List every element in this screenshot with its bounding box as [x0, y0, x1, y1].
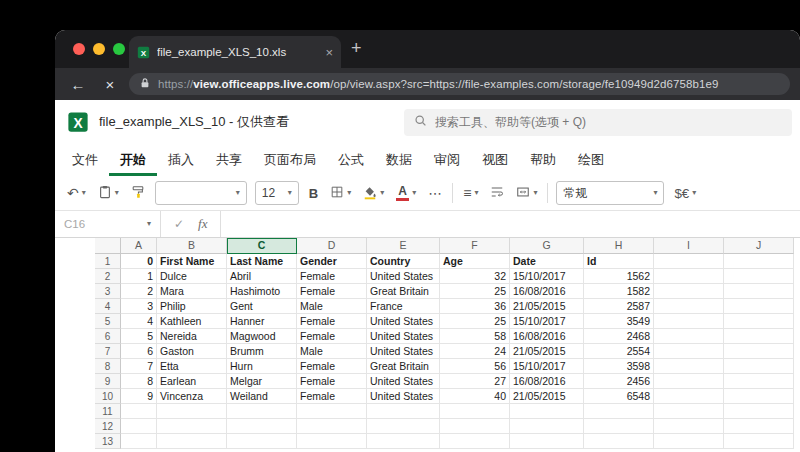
menu-tab-file[interactable]: 文件 — [61, 144, 109, 176]
cell-A5[interactable]: 4 — [121, 314, 157, 329]
paste-button[interactable]: ▾ — [96, 183, 121, 204]
cell-J10[interactable] — [724, 389, 794, 404]
bold-button[interactable]: B — [307, 184, 320, 203]
cell-F11[interactable] — [440, 404, 510, 419]
cell-A13[interactable] — [121, 434, 157, 449]
cell-J7[interactable] — [724, 344, 794, 359]
cell-I2[interactable] — [654, 269, 724, 284]
cell-E10[interactable]: United States — [367, 389, 440, 404]
cell-F1[interactable]: Age — [440, 254, 510, 269]
column-header-H[interactable]: H — [584, 238, 654, 254]
cell-B7[interactable]: Gaston — [157, 344, 227, 359]
cell-C7[interactable]: Brumm — [227, 344, 297, 359]
cell-C1[interactable]: Last Name — [227, 254, 297, 269]
cell-I8[interactable] — [654, 359, 724, 374]
tab-close-icon[interactable]: × — [325, 46, 333, 59]
column-header-E[interactable]: E — [367, 238, 440, 254]
cell-F8[interactable]: 56 — [440, 359, 510, 374]
cell-D2[interactable]: Female — [297, 269, 367, 284]
cell-F4[interactable]: 36 — [440, 299, 510, 314]
row-header-10[interactable]: 10 — [95, 389, 121, 404]
cell-A10[interactable]: 9 — [121, 389, 157, 404]
cell-C12[interactable] — [227, 419, 297, 434]
cell-I11[interactable] — [654, 404, 724, 419]
search-box[interactable]: 搜索工具、帮助等(选项 + Q) — [404, 109, 792, 136]
row-header-1[interactable]: 1 — [95, 254, 121, 269]
cell-H4[interactable]: 2587 — [584, 299, 654, 314]
font-size-select[interactable]: 12 ▾ — [255, 181, 299, 205]
cell-C4[interactable]: Gent — [227, 299, 297, 314]
row-header-13[interactable]: 13 — [95, 434, 121, 449]
cell-B5[interactable]: Kathleen — [157, 314, 227, 329]
cell-J9[interactable] — [724, 374, 794, 389]
cell-G5[interactable]: 15/10/2017 — [510, 314, 584, 329]
cell-B13[interactable] — [157, 434, 227, 449]
row-header-5[interactable]: 5 — [95, 314, 121, 329]
cell-D12[interactable] — [297, 419, 367, 434]
menu-tab-formulas[interactable]: 公式 — [327, 144, 375, 176]
window-minimize-button[interactable] — [93, 43, 105, 55]
cell-D9[interactable]: Female — [297, 374, 367, 389]
cell-C13[interactable] — [227, 434, 297, 449]
cell-C6[interactable]: Magwood — [227, 329, 297, 344]
cell-A3[interactable]: 2 — [121, 284, 157, 299]
cell-B3[interactable]: Mara — [157, 284, 227, 299]
cell-G7[interactable]: 21/05/2015 — [510, 344, 584, 359]
menu-tab-page-layout[interactable]: 页面布局 — [253, 144, 327, 176]
cell-D1[interactable]: Gender — [297, 254, 367, 269]
cell-J11[interactable] — [724, 404, 794, 419]
cell-F10[interactable]: 40 — [440, 389, 510, 404]
cell-I1[interactable] — [654, 254, 724, 269]
cell-I5[interactable] — [654, 314, 724, 329]
cell-A9[interactable]: 8 — [121, 374, 157, 389]
cell-H9[interactable]: 2456 — [584, 374, 654, 389]
cell-A12[interactable] — [121, 419, 157, 434]
cell-J2[interactable] — [724, 269, 794, 284]
menu-tab-review[interactable]: 审阅 — [423, 144, 471, 176]
cell-D10[interactable]: Female — [297, 389, 367, 404]
cell-E9[interactable]: United States — [367, 374, 440, 389]
cell-C2[interactable]: Abril — [227, 269, 297, 284]
browser-tab[interactable]: X file_example_XLS_10.xls × — [129, 36, 341, 68]
cell-G4[interactable]: 21/05/2015 — [510, 299, 584, 314]
formula-input[interactable] — [221, 211, 800, 237]
cell-B8[interactable]: Etta — [157, 359, 227, 374]
menu-tab-home[interactable]: 开始 — [109, 144, 157, 176]
menu-tab-view[interactable]: 视图 — [471, 144, 519, 176]
undo-button[interactable]: ↶ ▾ — [65, 184, 88, 202]
cell-C8[interactable]: Hurn — [227, 359, 297, 374]
column-header-I[interactable]: I — [654, 238, 724, 254]
menu-tab-insert[interactable]: 插入 — [157, 144, 205, 176]
menu-tab-share[interactable]: 共享 — [205, 144, 253, 176]
cell-D6[interactable]: Female — [297, 329, 367, 344]
cell-A6[interactable]: 5 — [121, 329, 157, 344]
cell-I13[interactable] — [654, 434, 724, 449]
cell-E13[interactable] — [367, 434, 440, 449]
stop-button[interactable]: × — [97, 77, 123, 92]
format-painter-button[interactable] — [129, 183, 147, 204]
cell-D4[interactable]: Male — [297, 299, 367, 314]
row-header-11[interactable]: 11 — [95, 404, 121, 419]
cell-I7[interactable] — [654, 344, 724, 359]
cell-J6[interactable] — [724, 329, 794, 344]
cell-B1[interactable]: First Name — [157, 254, 227, 269]
cell-I3[interactable] — [654, 284, 724, 299]
cell-C10[interactable]: Weiland — [227, 389, 297, 404]
cell-F5[interactable]: 25 — [440, 314, 510, 329]
cell-J1[interactable] — [724, 254, 794, 269]
cell-A2[interactable]: 1 — [121, 269, 157, 284]
cell-I10[interactable] — [654, 389, 724, 404]
cell-D13[interactable] — [297, 434, 367, 449]
cell-C5[interactable]: Hanner — [227, 314, 297, 329]
cell-J13[interactable] — [724, 434, 794, 449]
cell-H12[interactable] — [584, 419, 654, 434]
cell-C11[interactable] — [227, 404, 297, 419]
cell-B2[interactable]: Dulce — [157, 269, 227, 284]
cell-H10[interactable]: 6548 — [584, 389, 654, 404]
cell-G3[interactable]: 16/08/2016 — [510, 284, 584, 299]
new-tab-button[interactable]: + — [351, 38, 362, 59]
cell-H13[interactable] — [584, 434, 654, 449]
cell-F3[interactable]: 25 — [440, 284, 510, 299]
row-header-12[interactable]: 12 — [95, 419, 121, 434]
wrap-text-button[interactable] — [488, 183, 506, 204]
